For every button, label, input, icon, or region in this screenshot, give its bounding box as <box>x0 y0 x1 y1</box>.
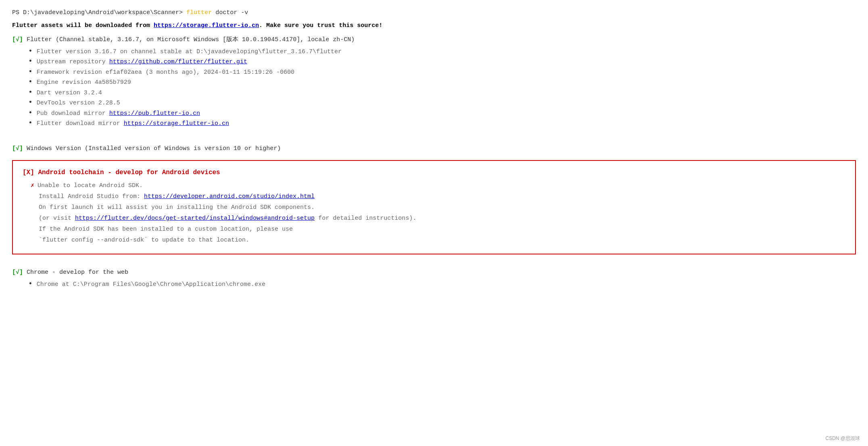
flutter-section: [√] Flutter (Channel stable, 3.16.7, on … <box>12 35 856 129</box>
assets-text-before: Flutter assets will be downloaded from <box>12 22 154 29</box>
flutter-check-bracket: [√] <box>12 36 23 43</box>
chrome-bullet-dot: • <box>28 280 33 288</box>
prompt-flutter-word: flutter <box>186 9 212 16</box>
flutter-item-framework: • Framework revision ef1af02aea (3 month… <box>12 67 856 78</box>
android-or-line: (or visit https://flutter.dev/docs/get-s… <box>23 213 845 224</box>
assets-link[interactable]: https://storage.flutter-io.cn <box>154 22 259 29</box>
flutter-item-engine: • Engine revision 4a585b7929 <box>12 77 856 88</box>
prompt-line: PS D:\javadeveloping\Android\workspace\S… <box>12 8 856 18</box>
chrome-section-title-text: Chrome - develop for the web <box>27 269 128 276</box>
android-error-text: Unable to locate Android SDK. <box>38 180 143 191</box>
bullet-dot-1: • <box>28 48 33 55</box>
flutter-section-title-text: Flutter (Channel stable, 3.16.7, on Micr… <box>27 36 355 43</box>
android-x-bracket: [X] <box>23 169 34 176</box>
flutter-assets-warning: Flutter assets will be downloaded from h… <box>12 21 856 31</box>
flutter-engine-text: Engine revision 4a585b7929 <box>37 77 131 88</box>
assets-text-after: . Make sure you trust this source! <box>259 22 382 29</box>
chrome-section: [√] Chrome - develop for the web • Chrom… <box>12 267 856 290</box>
android-section-header: [X] Android toolchain - develop for Andr… <box>23 169 845 176</box>
android-install-before: Install Android Studio from: <box>39 193 144 200</box>
bullet-dot-3: • <box>28 68 33 75</box>
download-link[interactable]: https://storage.flutter-io.cn <box>124 120 229 127</box>
flutter-download-text: Flutter download mirror https://storage.… <box>37 119 229 129</box>
flutter-item-devtools: • DevTools version 2.28.5 <box>12 98 856 108</box>
flutter-pub-text: Pub download mirror https://pub.flutter-… <box>37 108 200 119</box>
upstream-link[interactable]: https://github.com/flutter/flutter.git <box>109 58 247 65</box>
flutter-framework-text: Framework revision ef1af02aea (3 months … <box>37 67 294 78</box>
prompt-ps: PS D:\javadeveloping\Android\workspace\S… <box>12 9 183 16</box>
windows-section-header: [√] Windows Version (Installed version o… <box>12 144 856 154</box>
chrome-item-path: • Chrome at C:\Program Files\Google\Chro… <box>12 279 856 290</box>
bullet-dot-6: • <box>28 99 33 106</box>
watermark: CSDN @思混球 <box>825 435 860 442</box>
android-error-x-icon: ✗ <box>31 180 34 191</box>
android-error-x-line: ✗ Unable to locate Android SDK. <box>23 180 845 191</box>
android-studio-link[interactable]: https://developer.android.com/studio/ind… <box>144 193 315 200</box>
android-section-title-text: Android toolchain - develop for Android … <box>38 169 220 176</box>
android-error-box: [X] Android toolchain - develop for Andr… <box>12 160 856 254</box>
bullet-dot-2: • <box>28 58 33 65</box>
android-launch-line: On first launch it will assist you in in… <box>23 202 845 213</box>
flutter-devtools-text: DevTools version 2.28.5 <box>37 98 120 108</box>
android-config-text: `flutter config --android-sdk` to update… <box>39 237 249 244</box>
flutter-item-upstream: • Upstream repository https://github.com… <box>12 57 856 67</box>
spacer-1 <box>12 135 856 144</box>
flutter-item-dart: • Dart version 3.2.4 <box>12 88 856 98</box>
windows-check-bracket: [√] <box>12 145 23 152</box>
bullet-dot-8: • <box>28 119 33 127</box>
flutter-version-text: Flutter version 3.16.7 on channel stable… <box>37 47 342 57</box>
pub-link[interactable]: https://pub.flutter-io.cn <box>109 110 200 117</box>
chrome-path-text: Chrome at C:\Program Files\Google\Chrome… <box>37 279 265 290</box>
android-or-after: for detailed instructions). <box>315 215 416 222</box>
spacer-2 <box>12 259 856 267</box>
android-if-line: If the Android SDK has been installed to… <box>23 224 845 235</box>
windows-section: [√] Windows Version (Installed version o… <box>12 144 856 154</box>
windows-section-title-text: Windows Version (Installed version of Wi… <box>27 145 281 152</box>
flutter-item-download: • Flutter download mirror https://storag… <box>12 119 856 129</box>
android-config-line: `flutter config --android-sdk` to update… <box>23 235 845 246</box>
android-launch-text: On first launch it will assist you in in… <box>39 204 315 211</box>
flutter-upstream-text: Upstream repository https://github.com/f… <box>37 57 247 67</box>
flutter-item-version: • Flutter version 3.16.7 on channel stab… <box>12 47 856 57</box>
android-install-line: Install Android Studio from: https://dev… <box>23 191 845 202</box>
bullet-dot-7: • <box>28 109 33 117</box>
prompt-command: doctor -v <box>215 9 248 16</box>
flutter-item-pub: • Pub download mirror https://pub.flutte… <box>12 108 856 119</box>
android-or-before: (or visit <box>39 215 75 222</box>
flutter-dart-text: Dart version 3.2.4 <box>37 88 102 98</box>
bullet-dot-5: • <box>28 89 33 96</box>
bullet-dot-4: • <box>28 78 33 85</box>
flutter-section-header: [√] Flutter (Channel stable, 3.16.7, on … <box>12 35 856 45</box>
android-if-text: If the Android SDK has been installed to… <box>39 226 293 233</box>
chrome-section-header: [√] Chrome - develop for the web <box>12 267 856 278</box>
android-flutter-link[interactable]: https://flutter.dev/docs/get-started/ins… <box>75 215 315 222</box>
chrome-check-bracket: [√] <box>12 269 23 276</box>
